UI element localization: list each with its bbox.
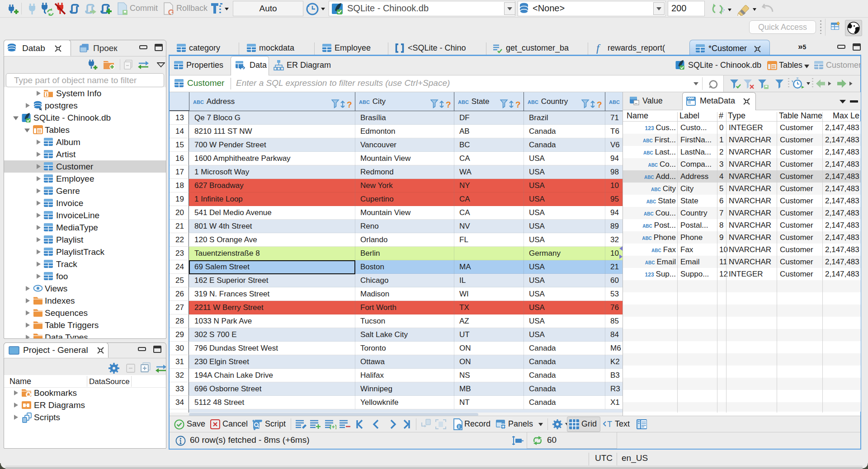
svg-text:i: i <box>458 424 460 429</box>
svg-text:(+): (+) <box>330 423 336 429</box>
svg-text:f: f <box>596 43 601 54</box>
svg-text:?: ? <box>597 100 602 109</box>
svg-text:?: ? <box>347 100 352 109</box>
svg-text:T: T <box>607 420 612 429</box>
svg-text:?: ? <box>446 100 451 109</box>
svg-text:?: ? <box>515 100 521 109</box>
